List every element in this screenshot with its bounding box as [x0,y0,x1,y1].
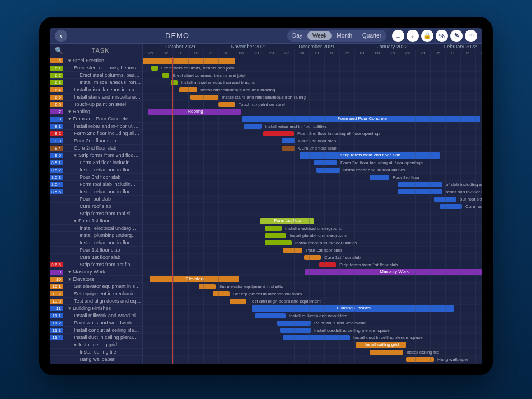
task-row[interactable]: 9Masonry Work [50,268,142,276]
gantt-bar[interactable]: Cure 2nd floor slab [282,146,295,151]
task-row[interactable]: 8Form and Pour Concrete [50,115,142,123]
gantt-bar[interactable]: Install duct in ceiling plenum space [283,335,350,340]
gantt-row[interactable]: Building Finishes [143,305,482,312]
task-row[interactable]: Install rebar and in-floo… [50,239,142,247]
task-row[interactable]: Form 1st floor [50,217,142,225]
more-button[interactable]: ⋯ [465,30,477,42]
gantt-bar[interactable]: Install rebar and in-floor utilities [316,168,340,173]
task-row[interactable]: 8.3Pour 2nd floor slab [50,137,142,145]
task-row[interactable]: 10.2Set equipment in mechanic… [50,290,142,298]
gantt-chart[interactable]: October 2021November 2021December 2021Ja… [143,44,482,364]
gantt-bar[interactable]: Strip forms from 1st floor slab [319,262,336,267]
gantt-row[interactable]: Install conduit at ceiling plenum space [143,327,482,334]
task-row[interactable]: Pour roof slab [50,196,142,203]
gantt-bar[interactable]: rebar and in-floor utilities [398,189,442,194]
task-row[interactable]: 11.1Install millwork and wood tri… [50,312,142,319]
gantt-row[interactable]: Paint walls and woodwork [143,319,482,327]
task-row[interactable]: Hang wallpaper [50,356,142,363]
gantt-row[interactable]: Cure 1st floor slab [143,254,482,261]
gantt-bar[interactable] [143,58,235,64]
gantt-bar[interactable]: Cure 1st floor slab [304,255,321,260]
gantt-row[interactable]: Set equipment in mechanical room [143,290,482,298]
task-row[interactable]: 8.5.5Install rebar and in-floo… [50,188,142,196]
task-row[interactable]: 7Roofing [50,108,142,115]
gantt-bar[interactable]: Install ceiling grid [356,342,406,348]
zoom-month[interactable]: Month [332,31,357,40]
task-row[interactable]: 11.3Install conduit at ceiling ple… [50,327,142,334]
gantt-row[interactable]: Elevators [143,276,482,283]
task-row[interactable]: 11.2Paint walls and woodwork [50,319,142,327]
task-row[interactable]: Install plumbing underg… [50,232,142,239]
gantt-bar[interactable]: Building Finishes [252,305,454,312]
task-row[interactable]: 8.1Install rebar and in-floor uti… [50,123,142,130]
gantt-row[interactable] [143,210,482,217]
gantt-bar[interactable]: Install millwork and wood trim [255,313,286,318]
gantt-bar[interactable]: Install stairs and miscellaneous iron ra… [190,95,218,100]
gantt-row[interactable]: Touch-up paint on steel [143,101,482,108]
task-row[interactable]: Pour 1st floor slab [50,247,142,254]
gantt-bar[interactable]: Form 3rd floor including all floor openi… [314,160,337,165]
task-row[interactable]: 8.5Strip forms from 2nd floo… [50,152,142,159]
task-row[interactable]: Install electrical underg… [50,225,142,232]
gantt-bar[interactable]: Install rebar and in-floor utilities [265,240,292,245]
gantt-row[interactable]: Install millwork and wood trim [143,312,482,319]
back-button[interactable]: ‹ [55,30,67,42]
gantt-row[interactable]: Erect steel columns, beams and joist [143,72,482,79]
gantt-bar[interactable]: of slab including all floor [398,182,442,187]
gantt-row[interactable]: Form 3rd floor including all floor openi… [143,159,482,166]
gantt-row[interactable]: Masonry Work [143,268,482,276]
gantt-row[interactable] [143,57,482,64]
gantt-row[interactable]: Install rebar and in-floor utilities [143,166,482,174]
gantt-row[interactable]: Roofing [143,108,482,115]
task-row[interactable]: 6.3Install miscellaneous iron a… [50,79,142,86]
task-list[interactable]: 6Steel Erection6.1Erect steel columns, b… [50,57,142,363]
gantt-row[interactable]: Strip forms from 1st floor slab [143,261,482,268]
gantt-bar[interactable]: Pour 1st floor slab [283,248,302,253]
gantt-row[interactable]: Pour 2nd floor slab [143,137,482,145]
gantt-bar[interactable]: Set equipment in mechanical room [213,291,230,296]
gantt-row[interactable]: Form 2nd floor including all floor openi… [143,130,482,137]
gantt-row[interactable]: Pour 1st floor slab [143,247,482,254]
gantt-bar[interactable]: Erect steel columns, beams and joist [151,66,158,71]
gantt-bar[interactable]: Form 1st floor [260,218,314,224]
gantt-row[interactable]: Form 1st floor [143,217,482,225]
task-row[interactable]: 10.1Set elevator equipment in s… [50,283,142,290]
gantt-row[interactable]: our roof slab [143,196,482,203]
task-row[interactable]: 8.4Cure 2nd floor slab [50,145,142,152]
gantt-row[interactable]: Form and Pour Concrete [143,115,482,123]
gantt-row[interactable]: Install rebar and in-floor utilities [143,123,482,130]
task-row[interactable]: 6Steel Erection [50,57,142,64]
gantt-row[interactable]: Install duct in ceiling plenum space [143,334,482,341]
split-button[interactable]: ÷ [407,30,419,42]
gantt-row[interactable]: Install miscellaneous iron and bracing [143,86,482,94]
gantt-row[interactable]: Install electrical underground [143,225,482,232]
gantt-row[interactable]: Install plumbing underground [143,232,482,239]
task-row[interactable]: 6.6Touch-up paint on steel [50,101,142,108]
gantt-bar[interactable]: Test and align doors and equipment [230,299,246,304]
gantt-bar[interactable]: Masonry Work [305,269,482,275]
gantt-bar[interactable]: Touch-up paint on steel [218,102,235,107]
zoom-week[interactable]: Week [307,31,332,40]
gantt-row[interactable]: Test and align doors and equipment [143,298,482,305]
task-row[interactable]: 6.4Install miscellaneous iron a… [50,86,142,94]
gantt-bar[interactable]: Elevators [150,276,239,282]
gantt-row[interactable]: Cure roof s [143,203,482,210]
filter-button[interactable]: ≡ [392,30,404,42]
gantt-bar[interactable]: Cure roof s [440,204,462,209]
task-row[interactable]: 10Elevators [50,276,142,283]
task-row[interactable]: 8.6.6Strip forms from 1st flo… [50,261,142,268]
task-row[interactable]: Install ceiling tile [50,349,142,356]
gantt-row[interactable]: rebar and in-floor utilities [143,188,482,196]
gantt-bar[interactable]: Install plumbing underground [265,233,286,238]
gantt-row[interactable]: Install miscellaneous iron and bracing [143,79,482,86]
task-row[interactable]: 6.2Erect steel columns, beams… [50,72,142,79]
gantt-body[interactable]: Erect steel columns, beams and joistErec… [143,57,482,364]
task-row[interactable]: 10.3Test and align doors and eq… [50,298,142,305]
gantt-row[interactable]: Hang wallpaper [143,356,482,363]
gantt-row[interactable]: Install stairs and miscellaneous iron ra… [143,94,482,101]
lock-button[interactable]: 🔒 [421,30,433,42]
task-row[interactable]: Install ceiling grid [50,341,142,349]
gantt-row[interactable]: Set elevator equipment in shafts [143,283,482,290]
gantt-bar[interactable]: Pour 2nd floor slab [282,138,295,143]
gantt-bar[interactable]: Install miscellaneous iron and bracing [171,80,178,85]
